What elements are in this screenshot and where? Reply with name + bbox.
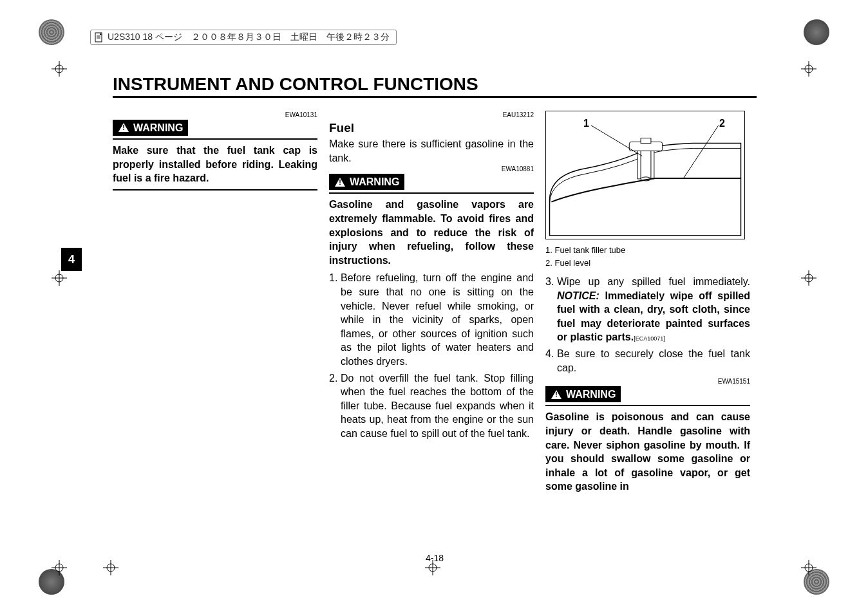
warning-triangle-icon: !: [118, 122, 129, 133]
figure-caption-2: 2. Fuel level: [545, 257, 750, 269]
reference-code: EAU13212: [329, 111, 534, 120]
crop-mark-icon: [801, 270, 816, 286]
reference-code: EWA15151: [545, 377, 750, 386]
document-metadata-bar: U2S310 18 ページ ２００８年８月３０日 土曜日 午後２時２３分: [90, 30, 397, 45]
svg-rect-33: [641, 138, 651, 144]
chapter-tab: 4: [61, 248, 82, 271]
page-icon: [93, 32, 105, 43]
item3-pre-text: Wipe up any spilled fuel immediately.: [557, 276, 750, 287]
page-number: 4-18: [426, 553, 444, 563]
warning-text: Make sure that the fuel tank cap is prop…: [113, 144, 317, 185]
print-corner-decoration: [39, 19, 64, 45]
warning-badge: ! WARNING: [545, 386, 621, 403]
page-title: INSTRUMENT AND CONTROL FUNCTIONS: [113, 74, 757, 98]
crop-mark-icon: [52, 270, 67, 286]
document-metadata-text: U2S310 18 ページ ２００８年８月３０日 土曜日 午後２時２３分: [108, 32, 390, 43]
instruction-item-2: Do not overfill the fuel tank. Stop fill…: [341, 371, 534, 441]
warning-label: WARNING: [566, 387, 616, 402]
warning-text: Gasoline is poisonous and can cause inju…: [545, 410, 750, 494]
svg-line-35: [683, 126, 718, 178]
svg-line-34: [591, 126, 642, 156]
fuel-intro-text: Make sure there is sufficient gasoline i…: [329, 137, 534, 165]
instruction-item-3: Wipe up any spilled fuel immediately. NO…: [557, 275, 750, 344]
svg-text:!: !: [122, 124, 125, 132]
warning-badge: ! WARNING: [113, 120, 188, 136]
svg-text:!: !: [339, 178, 341, 186]
reference-code: EWA10131: [113, 111, 317, 120]
crop-mark-icon: [801, 560, 816, 575]
warning-label: WARNING: [133, 121, 183, 135]
crop-mark-icon: [801, 61, 816, 77]
crop-mark-icon: [52, 61, 67, 77]
figure-callout-2: 2: [719, 116, 725, 131]
section-heading-fuel: Fuel: [329, 120, 534, 136]
reference-code: EWA10881: [329, 165, 534, 174]
warning-text: Gasoline and gasoline vapors are extreme…: [329, 198, 534, 267]
warning-triangle-icon: !: [334, 177, 346, 187]
print-corner-decoration: [804, 19, 829, 45]
warning-badge: ! WARNING: [329, 174, 404, 191]
reference-code-inline: [ECA10071]: [634, 335, 665, 342]
instruction-item-4: Be sure to securely close the fuel tank …: [557, 347, 750, 375]
svg-rect-30: [641, 148, 651, 179]
instruction-item-1: Before refueling, turn off the engine an…: [341, 271, 534, 368]
fuel-tank-diagram: 1 2: [545, 111, 745, 239]
warning-label: WARNING: [350, 175, 399, 189]
notice-label: NOTICE:: [557, 290, 599, 301]
figure-caption-1: 1. Fuel tank filler tube: [545, 245, 750, 256]
crop-mark-icon: [52, 560, 67, 575]
figure-callout-1: 1: [583, 116, 589, 131]
warning-triangle-icon: !: [551, 389, 562, 400]
svg-text:!: !: [555, 391, 558, 398]
